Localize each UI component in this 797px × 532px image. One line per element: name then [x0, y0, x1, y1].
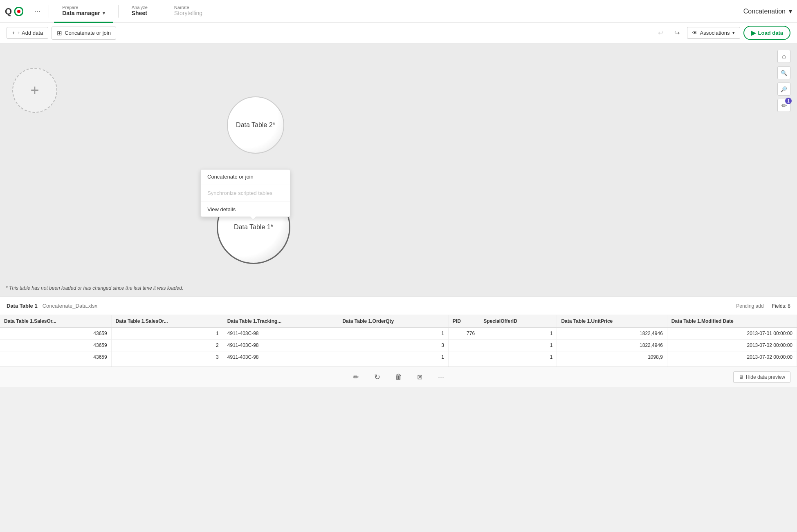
eye-icon: 👁 — [692, 30, 698, 36]
more-options-button[interactable]: ··· — [31, 5, 44, 18]
table-cell: 1098,9 — [557, 351, 667, 363]
table-cell: 1 — [479, 328, 557, 340]
context-menu-arrow-inner — [250, 217, 256, 219]
col-header-6: Data Table 1.UnitPrice — [557, 315, 667, 328]
col-header-5: SpecialOfferID — [479, 315, 557, 328]
add-data-button[interactable]: + + Add data — [7, 27, 48, 39]
associations-label: Associations — [700, 30, 730, 36]
logo-q-icon: Q — [5, 6, 12, 17]
nav-divider — [49, 5, 49, 18]
filter-button[interactable]: ⊠ — [413, 370, 427, 384]
load-data-label: Load data — [758, 30, 783, 36]
table-cell — [448, 351, 479, 363]
add-icon: + — [12, 30, 15, 36]
table-cell: 1822,4946 — [557, 328, 667, 340]
preview-fields: Fields: 8 — [772, 303, 790, 309]
table-cell: 1 — [479, 351, 557, 363]
app-title-section: Concatenation ▾ — [743, 7, 792, 15]
context-menu: Concatenate or join Synchronize scripted… — [200, 169, 290, 217]
main-toolbar: + + Add data ⊞ Concatenate or join ↩ ↪ 👁… — [0, 23, 797, 43]
hide-preview-label: Hide data preview — [746, 374, 785, 380]
col-header-3: Data Table 1.OrderQty — [338, 315, 448, 328]
concatenate-icon: ⊞ — [57, 29, 62, 37]
col-header-4: PID — [448, 315, 479, 328]
preview-pending: Pending add — [736, 303, 763, 309]
narrate-mainlabel: Storytelling — [174, 10, 202, 16]
top-nav: Q ··· Prepare Data manager ▾ Analyze She… — [0, 0, 797, 23]
play-icon: ▶ — [751, 29, 756, 37]
table-cell: 1 — [479, 340, 557, 351]
table-row: 4365924911-403C-98311822,49462013-07-02 … — [0, 340, 797, 351]
filter-icon: ⊠ — [417, 373, 422, 381]
nav-prepare[interactable]: Prepare Data manager ▾ — [54, 0, 113, 23]
concatenate-join-button[interactable]: ⊞ Concatenate or join — [52, 27, 116, 40]
home-icon: ⌂ — [782, 53, 786, 60]
insights-badge: 1 — [785, 98, 792, 104]
nav-divider3 — [161, 5, 161, 18]
context-menu-divider2 — [201, 201, 290, 201]
zoom-in-button[interactable]: 🔍 — [777, 66, 790, 79]
zoom-out-icon: 🔍 — [781, 86, 787, 92]
zoom-in-icon: 🔍 — [781, 70, 787, 76]
canvas-note: * This table has not been loaded or has … — [6, 285, 183, 291]
prepare-mainlabel: Data manager ▾ — [62, 10, 105, 16]
canvas-controls: ⌂ 🔍 🔍 ✏ 1 — [777, 50, 790, 112]
table-cell: 43659 — [0, 351, 111, 363]
table-cell: 43659 — [0, 328, 111, 340]
app-title: Concatenation — [743, 8, 786, 15]
table-row: 4365914911-403C-98177611822,49462013-07-… — [0, 328, 797, 340]
more-table-options-button[interactable]: ··· — [434, 370, 449, 384]
table-cell — [448, 340, 479, 351]
redo-button[interactable]: ↪ — [671, 27, 684, 40]
context-menu-divider — [201, 185, 290, 185]
hide-preview-button[interactable]: 🖥 Hide data preview — [733, 371, 790, 383]
col-header-2: Data Table 1.Tracking... — [223, 315, 338, 328]
edit-icon: ✏ — [353, 373, 359, 382]
delete-button[interactable]: 🗑 — [391, 370, 406, 384]
bottom-toolbar: ✏ ↻ 🗑 ⊠ ··· 🖥 Hide data preview — [0, 367, 797, 387]
zoom-out-button[interactable]: 🔍 — [777, 83, 790, 96]
table-cell: 43659 — [0, 340, 111, 351]
preview-table-subtitle: Concatenate_Data.xlsx — [43, 303, 97, 309]
nav-analyze[interactable]: Analyze Sheet — [123, 0, 156, 23]
associations-button[interactable]: 👁 Associations ▾ — [687, 27, 740, 39]
canvas-area: + Data Table 2* Data Table 1* ⌂ 🔍 🔍 ✏ 1 … — [0, 43, 797, 297]
edit-button[interactable]: ✏ — [349, 370, 364, 384]
col-header-1: Data Table 1.SalesOr... — [111, 315, 223, 328]
table-cell: 3 — [338, 340, 448, 351]
add-data-circle-button[interactable]: + — [12, 68, 57, 113]
table-cell: 4911-403C-98 — [223, 328, 338, 340]
table-cell: 1 — [338, 328, 448, 340]
home-button[interactable]: ⌂ — [777, 50, 790, 63]
table-cell: 3 — [111, 351, 223, 363]
more-table-options-icon: ··· — [438, 373, 444, 381]
nav-narrate[interactable]: Narrate Storytelling — [166, 0, 211, 23]
delete-icon: 🗑 — [395, 373, 402, 381]
context-details-item[interactable]: View details — [201, 202, 290, 217]
monitor-icon: 🖥 — [739, 374, 743, 380]
data-table-2-node[interactable]: Data Table 2* — [227, 96, 284, 154]
col-header-0: Data Table 1.SalesOr... — [0, 315, 111, 328]
prepare-sublabel: Prepare — [62, 5, 78, 10]
concatenate-label: Concatenate or join — [65, 30, 111, 36]
undo-button[interactable]: ↩ — [654, 27, 667, 40]
data-preview-panel: Data Table 1 Concatenate_Data.xlsx Pendi… — [0, 297, 797, 387]
table-cell: 2013-07-01 00:00:00 — [667, 328, 797, 340]
preview-table-title: Data Table 1 — [7, 303, 38, 309]
table-cell: 1 — [338, 351, 448, 363]
data-table-1-label: Data Table 1* — [234, 224, 273, 231]
qlik-logo: Q — [5, 6, 23, 17]
prepare-chevron-icon: ▾ — [103, 11, 105, 16]
data-table-2-label: Data Table 2* — [236, 121, 275, 129]
insights-button[interactable]: ✏ 1 — [777, 99, 790, 112]
table-cell: 1822,4946 — [557, 340, 667, 351]
app-title-chevron-icon: ▾ — [789, 7, 792, 15]
refresh-icon: ↻ — [374, 373, 380, 382]
table-cell: 4911-403C-98 — [223, 351, 338, 363]
refresh-button[interactable]: ↻ — [370, 370, 385, 384]
context-concatenate-item[interactable]: Concatenate or join — [201, 170, 290, 184]
load-data-button[interactable]: ▶ Load data — [743, 26, 790, 40]
table-cell: 776 — [448, 328, 479, 340]
analyze-sublabel: Analyze — [132, 5, 148, 10]
add-data-plus-icon: + — [30, 82, 39, 99]
